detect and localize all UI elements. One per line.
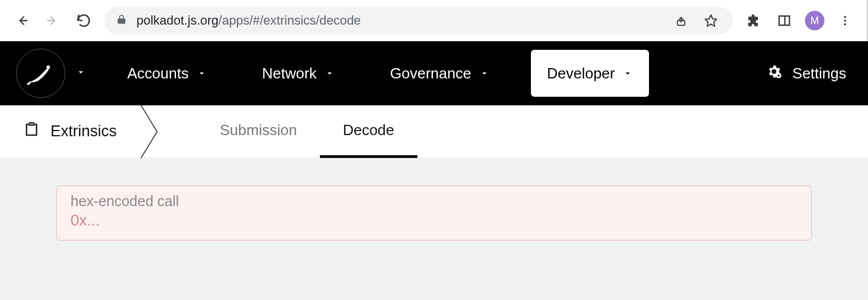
nav-network[interactable]: Network — [248, 50, 349, 97]
page-tabs: Extrinsics Submission Decode — [0, 105, 868, 158]
avatar-initial: M — [811, 15, 819, 27]
menu-icon[interactable] — [835, 10, 855, 31]
nav-developer-label: Developer — [547, 65, 615, 82]
forward-button[interactable] — [42, 10, 63, 31]
back-button[interactable] — [11, 10, 32, 31]
url-text: polkadot.js.org/apps/#/extrinsics/decode — [136, 13, 662, 28]
svg-rect-15 — [29, 128, 34, 130]
browser-toolbar: polkadot.js.org/apps/#/extrinsics/decode… — [0, 0, 868, 41]
svg-point-10 — [46, 65, 50, 69]
chain-logo — [16, 49, 65, 98]
gear-icon — [766, 64, 782, 84]
address-bar[interactable]: polkadot.js.org/apps/#/extrinsics/decode — [104, 7, 733, 34]
svg-point-7 — [844, 16, 846, 18]
url-host: polkadot.js.org — [136, 13, 218, 27]
nav-governance[interactable]: Governance — [376, 50, 503, 97]
nav-accounts-label: Accounts — [127, 65, 189, 82]
svg-point-14 — [777, 74, 780, 77]
share-icon[interactable] — [671, 10, 691, 31]
tab-decode[interactable]: Decode — [320, 106, 417, 158]
chevron-down-icon — [623, 65, 633, 82]
clipboard-icon — [23, 121, 40, 142]
reload-button[interactable] — [73, 10, 94, 31]
app-navbar: Accounts Network Governance Developer Se… — [0, 41, 868, 105]
panel-icon[interactable] — [774, 10, 795, 31]
lock-icon — [116, 14, 127, 27]
chevron-down-icon — [197, 65, 207, 82]
nav-settings[interactable]: Settings — [752, 50, 852, 97]
svg-marker-4 — [705, 15, 717, 26]
nav-settings-label: Settings — [792, 65, 846, 82]
extensions-icon[interactable] — [743, 10, 764, 31]
url-path: /apps/#/extrinsics/decode — [218, 13, 361, 27]
hex-input-placeholder: 0x... — [71, 212, 797, 230]
nav-governance-label: Governance — [390, 65, 471, 82]
profile-avatar[interactable]: M — [805, 11, 824, 30]
tab-submission-label: Submission — [220, 121, 297, 139]
page-content: hex-encoded call 0x... — [0, 158, 868, 300]
hex-encoded-call-input[interactable]: hex-encoded call 0x... — [56, 185, 812, 240]
tab-submission[interactable]: Submission — [197, 106, 320, 158]
chain-selector[interactable] — [16, 49, 86, 98]
chevron-down-icon — [479, 65, 490, 82]
nav-network-label: Network — [262, 65, 316, 82]
svg-point-9 — [844, 23, 846, 26]
svg-point-8 — [844, 19, 846, 22]
nav-accounts[interactable]: Accounts — [114, 50, 221, 97]
svg-rect-16 — [29, 130, 34, 132]
breadcrumb-divider — [140, 105, 163, 157]
breadcrumb-label: Extrinsics — [50, 123, 117, 140]
hex-input-label: hex-encoded call — [71, 193, 797, 210]
breadcrumb: Extrinsics — [0, 105, 140, 157]
nav-developer[interactable]: Developer — [531, 50, 650, 97]
chevron-down-icon — [76, 67, 86, 80]
star-icon[interactable] — [701, 10, 721, 31]
chevron-down-icon — [324, 65, 335, 82]
tab-decode-label: Decode — [343, 121, 394, 139]
